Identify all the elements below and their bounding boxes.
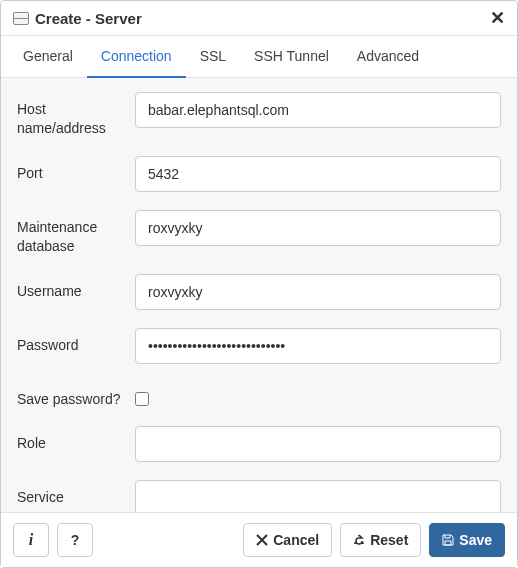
recycle-icon — [353, 534, 365, 546]
reset-button[interactable]: Reset — [340, 523, 421, 557]
tab-connection[interactable]: Connection — [87, 36, 186, 78]
cancel-button[interactable]: Cancel — [243, 523, 332, 557]
tab-bar: General Connection SSL SSH Tunnel Advanc… — [1, 36, 517, 78]
save-button[interactable]: Save — [429, 523, 505, 557]
label-maintenance-db: Maintenance database — [17, 210, 135, 256]
dialog-title-wrap: Create - Server — [13, 10, 142, 27]
label-host: Host name/address — [17, 92, 135, 138]
input-maintenance-db[interactable] — [135, 210, 501, 246]
row-save-password: Save password? — [17, 382, 501, 409]
row-port: Port — [17, 156, 501, 192]
input-service[interactable] — [135, 480, 501, 512]
input-role[interactable] — [135, 426, 501, 462]
label-role: Role — [17, 426, 135, 453]
row-host: Host name/address — [17, 92, 501, 138]
reset-label: Reset — [370, 532, 408, 548]
label-service: Service — [17, 480, 135, 507]
row-maintenance-db: Maintenance database — [17, 210, 501, 256]
tab-advanced[interactable]: Advanced — [343, 36, 433, 78]
dialog-body: Host name/address Port Maintenance datab… — [1, 78, 517, 512]
info-icon: i — [29, 531, 33, 549]
create-server-dialog: Create - Server ✕ General Connection SSL… — [0, 0, 518, 568]
save-label: Save — [459, 532, 492, 548]
row-role: Role — [17, 426, 501, 462]
tab-ssl[interactable]: SSL — [186, 36, 240, 78]
info-button[interactable]: i — [13, 523, 49, 557]
label-username: Username — [17, 274, 135, 301]
input-port[interactable] — [135, 156, 501, 192]
input-password[interactable] — [135, 328, 501, 364]
dialog-title: Create - Server — [35, 10, 142, 27]
tab-ssh-tunnel[interactable]: SSH Tunnel — [240, 36, 343, 78]
row-username: Username — [17, 274, 501, 310]
label-port: Port — [17, 156, 135, 183]
input-host[interactable] — [135, 92, 501, 128]
help-icon: ? — [71, 532, 80, 548]
row-password: Password — [17, 328, 501, 364]
label-password: Password — [17, 328, 135, 355]
close-icon — [256, 534, 268, 546]
footer-right: Cancel Reset Save — [243, 523, 505, 557]
help-button[interactable]: ? — [57, 523, 93, 557]
dialog-header: Create - Server ✕ — [1, 1, 517, 36]
footer-left: i ? — [13, 523, 93, 557]
tab-general[interactable]: General — [9, 36, 87, 78]
server-icon — [13, 12, 29, 25]
save-icon — [442, 534, 454, 546]
close-icon[interactable]: ✕ — [490, 9, 505, 27]
input-username[interactable] — [135, 274, 501, 310]
row-service: Service — [17, 480, 501, 512]
label-save-password: Save password? — [17, 382, 135, 409]
cancel-label: Cancel — [273, 532, 319, 548]
checkbox-save-password[interactable] — [135, 392, 149, 406]
dialog-footer: i ? Cancel Reset Save — [1, 512, 517, 567]
